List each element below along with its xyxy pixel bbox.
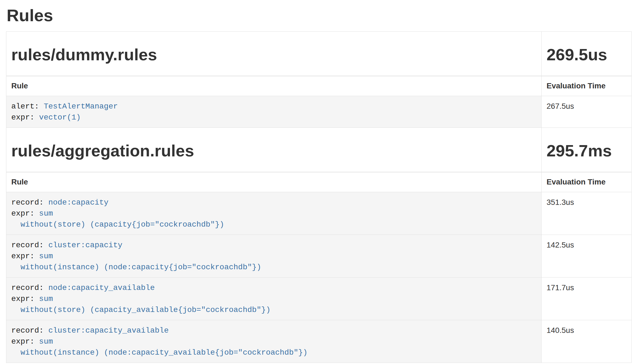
rule-row: record: node:capacityexpr: sum without(s… xyxy=(6,192,632,235)
rule-eval-time: 267.5us xyxy=(542,96,632,128)
page-title: Rules xyxy=(7,6,631,25)
rule-code-key: expr: xyxy=(11,252,34,260)
rules-table: rules/dummy.rules269.5usRuleEvaluation T… xyxy=(6,31,632,363)
rule-group-eval-time-cell: 295.7ms xyxy=(542,128,632,172)
rule-eval-time: 142.5us xyxy=(542,235,632,278)
rule-code-line: expr: vector(1) xyxy=(11,112,536,123)
rule-group-file-cell: rules/dummy.rules xyxy=(6,32,542,76)
rule-row: record: node:capacity_availableexpr: sum… xyxy=(6,278,632,320)
rule-group-total-eval-time: 295.7ms xyxy=(547,142,626,160)
rule-link[interactable]: vector(1) xyxy=(39,113,81,122)
rule-definition: record: node:capacity_availableexpr: sum… xyxy=(6,278,542,320)
rules-page: Rules rules/dummy.rules269.5usRuleEvalua… xyxy=(0,6,638,363)
rule-code-line: expr: sum xyxy=(11,251,536,262)
rule-code-line: record: cluster:capacity_available xyxy=(11,325,536,336)
rule-code-line: alert: TestAlertManager xyxy=(11,101,536,112)
rule-link[interactable]: without(store) (capacity{job="cockroachd… xyxy=(11,220,224,229)
rule-link[interactable]: without(instance) (node:capacity_availab… xyxy=(11,348,307,357)
rule-link[interactable]: sum xyxy=(39,295,53,303)
eval-time-column-header: Evaluation Time xyxy=(542,172,632,192)
column-header-row: RuleEvaluation Time xyxy=(6,76,632,96)
rule-column-header: Rule xyxy=(6,76,542,96)
rule-code-key: expr: xyxy=(11,113,34,122)
eval-time-column-header: Evaluation Time xyxy=(542,76,632,96)
rule-definition: record: node:capacityexpr: sum without(s… xyxy=(6,192,542,235)
rule-definition: record: cluster:capacityexpr: sum withou… xyxy=(6,235,542,278)
rule-code-key: alert: xyxy=(11,102,39,111)
rule-code-line: without(instance) (node:capacity{job="co… xyxy=(11,262,536,273)
rule-code-key: record: xyxy=(11,241,44,249)
rule-group-header-row: rules/dummy.rules269.5us xyxy=(6,32,632,76)
rule-group-file: rules/dummy.rules xyxy=(11,46,536,64)
rule-definition: alert: TestAlertManagerexpr: vector(1) xyxy=(6,96,542,128)
rule-code-line: record: node:capacity xyxy=(11,197,536,208)
rule-eval-time: 171.7us xyxy=(542,278,632,320)
rule-code-key: expr: xyxy=(11,209,34,218)
rule-code-line: without(store) (capacity{job="cockroachd… xyxy=(11,219,536,230)
rule-row: alert: TestAlertManagerexpr: vector(1)26… xyxy=(6,96,632,128)
rule-link[interactable]: cluster:capacity xyxy=(48,241,122,249)
rule-column-header: Rule xyxy=(6,172,542,192)
rule-group-total-eval-time: 269.5us xyxy=(547,46,626,64)
rule-code-key: record: xyxy=(11,326,44,335)
column-header-row: RuleEvaluation Time xyxy=(6,172,632,192)
rule-code-key: expr: xyxy=(11,295,34,303)
rule-row: record: cluster:capacityexpr: sum withou… xyxy=(6,235,632,278)
rule-link[interactable]: without(instance) (node:capacity{job="co… xyxy=(11,263,261,271)
rule-code-line: without(instance) (node:capacity_availab… xyxy=(11,347,536,358)
rule-link[interactable]: TestAlertManager xyxy=(44,102,118,111)
rule-code-key: expr: xyxy=(11,337,34,346)
rule-code-line: expr: sum xyxy=(11,294,536,305)
rule-eval-time: 351.3us xyxy=(542,192,632,235)
rule-link[interactable]: sum xyxy=(39,209,53,218)
rule-code-line: expr: sum xyxy=(11,336,536,347)
rule-group-file: rules/aggregation.rules xyxy=(11,142,536,160)
rule-definition: record: cluster:capacity_availableexpr: … xyxy=(6,320,542,363)
rule-row: record: cluster:capacity_availableexpr: … xyxy=(6,320,632,363)
rule-code-key: record: xyxy=(11,198,44,207)
rule-eval-time: 140.5us xyxy=(542,320,632,363)
rule-group-file-cell: rules/aggregation.rules xyxy=(6,128,542,172)
rule-group-header-row: rules/aggregation.rules295.7ms xyxy=(6,128,632,172)
rules-table-body: rules/dummy.rules269.5usRuleEvaluation T… xyxy=(6,32,632,363)
rule-link[interactable]: cluster:capacity_available xyxy=(48,326,169,335)
rule-link[interactable]: without(store) (capacity_available{job="… xyxy=(11,306,271,314)
rule-code-line: record: node:capacity_available xyxy=(11,282,536,294)
rule-link[interactable]: node:capacity xyxy=(48,198,108,207)
rule-link[interactable]: node:capacity_available xyxy=(48,284,155,292)
rule-code-line: expr: sum xyxy=(11,208,536,219)
rule-code-key: record: xyxy=(11,284,44,292)
rule-code-line: without(store) (capacity_available{job="… xyxy=(11,305,536,316)
rule-link[interactable]: sum xyxy=(39,337,53,346)
rule-link[interactable]: sum xyxy=(39,252,53,260)
rule-group-eval-time-cell: 269.5us xyxy=(542,32,632,76)
rule-code-line: record: cluster:capacity xyxy=(11,240,536,251)
